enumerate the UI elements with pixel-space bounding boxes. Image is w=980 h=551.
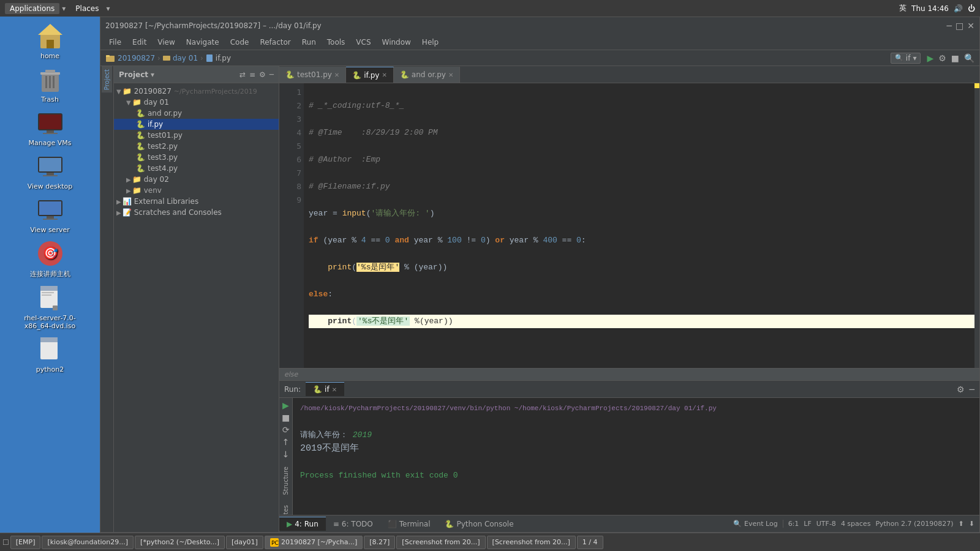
desktop-icon-rhel[interactable]: rhel-server-7.0-x86_64-dvd.iso: [20, 283, 81, 330]
tree-day01[interactable]: ▼ 📁 day 01: [114, 97, 279, 108]
run-minimize-icon[interactable]: ─: [970, 384, 974, 394]
settings-icon[interactable]: ⚙: [259, 70, 266, 79]
tree-test01-py[interactable]: 🐍 test01.py: [114, 130, 279, 141]
run-settings-icon[interactable]: ⚙: [957, 384, 965, 394]
menu-run[interactable]: Run: [297, 37, 321, 48]
todo-icon: ≡: [333, 520, 339, 528]
menu-file[interactable]: File: [104, 37, 126, 48]
run-tab-if[interactable]: 🐍 if ✕: [306, 382, 344, 396]
tree-test2-py[interactable]: 🐍 test2.py: [114, 141, 279, 152]
taskbar-kiosk[interactable]: [kiosk@foundation29...]: [42, 536, 134, 549]
taskbar-day01[interactable]: [day01]: [226, 536, 263, 549]
run-green-button[interactable]: ▶: [927, 53, 933, 63]
event-log-button[interactable]: 🔍 Event Log: [728, 520, 782, 528]
toolbar-search-value[interactable]: if: [906, 54, 911, 62]
system-bar: Applications ▾ Places ▾ 英 Thu 14:46 🔊 ⏻: [0, 0, 980, 17]
volume-icon[interactable]: 🔊: [954, 4, 963, 13]
close-panel-icon[interactable]: ─: [270, 70, 274, 79]
code-editor[interactable]: 123456789 # _*_coding:utf-8_*_ # @Time :…: [279, 83, 979, 380]
menu-vcs[interactable]: VCS: [351, 37, 375, 48]
bottom-tab-python-console[interactable]: 🐍 Python Console: [437, 517, 521, 531]
toolbar-search-dropdown[interactable]: ▾: [913, 54, 916, 62]
menu-tools[interactable]: Tools: [322, 37, 350, 48]
menu-help[interactable]: Help: [417, 37, 443, 48]
tree-scratches[interactable]: ▶ 📝 Scratches and Consoles: [114, 207, 279, 218]
toolbar-search-icon: 🔍: [895, 54, 903, 62]
tree-ext-libs[interactable]: ▶ 📊 External Libraries: [114, 196, 279, 207]
taskbar-emp[interactable]: [EMP]: [10, 536, 41, 549]
view-desktop-label: View desktop: [28, 182, 72, 190]
taskbar-827[interactable]: [8.27]: [364, 536, 395, 549]
breadcrumb-dir[interactable]: day 01: [173, 54, 198, 62]
run-prompt-text: 请输入年份：: [300, 430, 348, 440]
desktop-icon-manage-vms[interactable]: Manage VMs: [20, 108, 81, 147]
taskbar-python2-label: [*python2 (~/Deskto...]: [140, 538, 219, 546]
sync-icon[interactable]: ⇄: [239, 70, 246, 79]
tree-and-or-py[interactable]: 🐍 and or.py: [114, 108, 279, 119]
run-scroll-down[interactable]: ↓: [282, 449, 290, 459]
run-rerun-button[interactable]: ⟳: [282, 425, 290, 435]
taskbar-pycharm[interactable]: PC 20190827 [~/Pycha...]: [265, 536, 363, 549]
tab-test01-close[interactable]: ✕: [334, 72, 339, 78]
project-tree: ▼ 📁 20190827~/PycharmProjects/2019 ▼ 📁 d…: [114, 83, 279, 532]
structure-tab[interactable]: Structure: [281, 464, 290, 498]
bottom-tab-todo[interactable]: ≡ 6: TODO: [326, 517, 380, 531]
bottom-tab-terminal[interactable]: ⬛ Terminal: [380, 517, 438, 531]
tab-and-or-close[interactable]: ✕: [448, 72, 453, 78]
taskbar-screenshot1[interactable]: [Screenshot from 20...]: [396, 536, 485, 549]
run-scroll-up[interactable]: ↑: [282, 437, 290, 447]
tree-root[interactable]: ▼ 📁 20190827~/PycharmProjects/2019: [114, 86, 279, 97]
code-content[interactable]: # _*_coding:utf-8_*_ # @Time :8/29/19 2:…: [304, 83, 979, 368]
folder-small-icon: [163, 54, 170, 62]
power-icon[interactable]: ⏻: [968, 4, 975, 13]
run-content[interactable]: /home/kiosk/PycharmProjects/20190827/ven…: [293, 398, 979, 515]
close-button[interactable]: ✕: [967, 21, 974, 31]
menu-code[interactable]: Code: [225, 37, 254, 48]
search-everywhere-button[interactable]: 🔍: [964, 53, 974, 63]
project-panel-toggle[interactable]: Project: [102, 66, 112, 92]
places-menu[interactable]: Places: [70, 3, 104, 14]
tab-if-close[interactable]: ✕: [382, 72, 386, 78]
desktop-icon-view-server[interactable]: View server: [20, 195, 81, 234]
desktop-icon-home[interactable]: home: [20, 21, 81, 60]
bottom-tab-run[interactable]: ▶ 4: Run: [279, 517, 326, 531]
taskbar-checkbox[interactable]: ☐: [2, 538, 9, 547]
breadcrumb-root[interactable]: 20190827: [118, 54, 155, 62]
app-menu[interactable]: Applications: [5, 3, 59, 14]
tree-day02[interactable]: ▶ 📁 day 02: [114, 174, 279, 185]
desktop-icon-view-desktop[interactable]: View desktop: [20, 152, 81, 190]
run-tab-close[interactable]: ✕: [332, 386, 337, 393]
menu-bar: File Edit View Navigate Code Refactor Ru…: [100, 34, 979, 50]
run-play-button[interactable]: ▶: [282, 400, 289, 410]
maximize-button[interactable]: □: [956, 21, 963, 31]
menu-window[interactable]: Window: [377, 37, 416, 48]
collapse-icon[interactable]: ≡: [249, 70, 255, 79]
status-hint-text: else: [284, 370, 298, 378]
settings-button[interactable]: ⚙: [938, 53, 946, 63]
tab-and-or[interactable]: 🐍 and or.py ✕: [394, 67, 461, 83]
window-title: 20190827 [~/PycharmProjects/20190827] – …: [105, 21, 322, 30]
tree-venv[interactable]: ▶ 📁 venv: [114, 185, 279, 196]
stop-button[interactable]: ■: [951, 53, 959, 63]
tree-test4-py[interactable]: 🐍 test4.py: [114, 163, 279, 174]
editor-scrollbar[interactable]: [974, 83, 979, 368]
run-stop-button[interactable]: ■: [282, 413, 290, 422]
desktop-icon-trash[interactable]: Trash: [20, 65, 81, 103]
project-panel-dropdown[interactable]: ▾: [151, 70, 154, 79]
tab-test01[interactable]: 🐍 test01.py ✕: [279, 67, 346, 83]
menu-view[interactable]: View: [153, 37, 179, 48]
minimize-button[interactable]: ─: [947, 21, 952, 31]
favorites-tab[interactable]: Favorites: [281, 503, 290, 515]
desktop-icon-python2[interactable]: python2: [20, 335, 81, 373]
datetime-display: Thu 14:46: [911, 4, 949, 13]
tree-test3-py[interactable]: 🐍 test3.py: [114, 152, 279, 163]
desktop-icon-connect-teacher[interactable]: 🎯 连接讲师主机: [20, 239, 81, 279]
menu-edit[interactable]: Edit: [127, 37, 151, 48]
menu-refactor[interactable]: Refactor: [255, 37, 295, 48]
taskbar-screenshot2[interactable]: [Screenshot from 20...]: [487, 536, 576, 549]
menu-navigate[interactable]: Navigate: [181, 37, 224, 48]
breadcrumb-file[interactable]: if.py: [216, 54, 231, 62]
tree-if-py[interactable]: 🐍 if.py: [114, 119, 279, 130]
tab-if-py[interactable]: 🐍 if.py ✕: [346, 67, 394, 83]
taskbar-python2[interactable]: [*python2 (~/Deskto...]: [135, 536, 225, 549]
